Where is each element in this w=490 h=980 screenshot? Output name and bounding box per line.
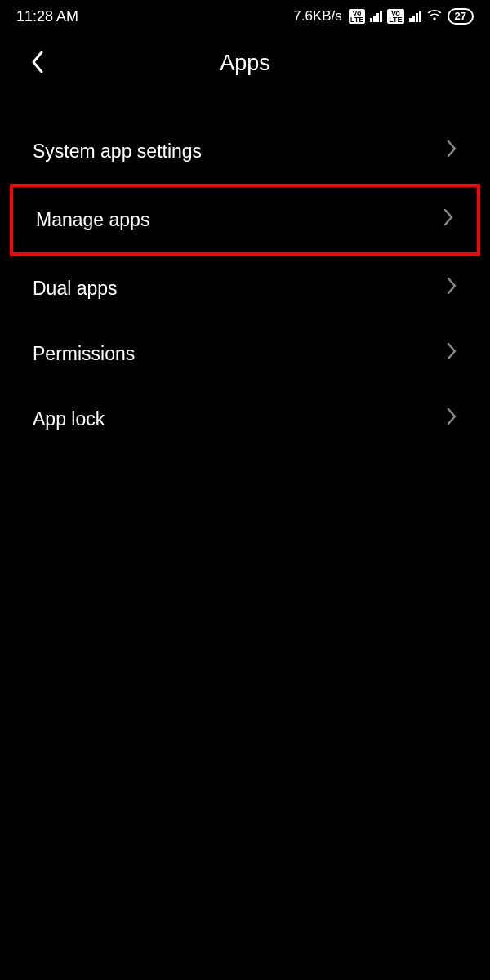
menu-label: Dual apps [33, 278, 118, 300]
settings-menu: System app settings Manage apps Dual app… [0, 94, 490, 452]
menu-item-dual-apps[interactable]: Dual apps [0, 256, 490, 321]
volte-icon-2: VoLTE [387, 9, 403, 24]
page-title: Apps [23, 51, 467, 76]
menu-label: Manage apps [36, 209, 149, 231]
menu-item-manage-apps[interactable]: Manage apps [10, 184, 480, 256]
chevron-right-icon [446, 342, 457, 365]
signal-icon-1 [370, 11, 382, 22]
time-label: 11:28 AM [16, 8, 78, 25]
menu-label: Permissions [33, 343, 135, 365]
status-time: 11:28 AM [16, 8, 78, 25]
menu-label: System app settings [33, 140, 202, 163]
chevron-right-icon [446, 277, 457, 300]
back-button[interactable] [28, 49, 47, 78]
menu-label: App lock [33, 408, 105, 430]
chevron-right-icon [446, 408, 457, 430]
menu-item-permissions[interactable]: Permissions [0, 321, 490, 386]
wifi-icon [426, 7, 443, 27]
volte-icon-1: VoLTE [349, 9, 365, 24]
network-speed: 7.6KB/s [293, 8, 342, 24]
status-indicators: 7.6KB/s VoLTE VoLTE 27 [293, 7, 474, 27]
menu-item-app-lock[interactable]: App lock [0, 386, 490, 452]
menu-item-system-app-settings[interactable]: System app settings [0, 118, 490, 184]
signal-icon-2 [409, 11, 421, 22]
chevron-right-icon [446, 140, 457, 163]
status-bar: 11:28 AM 7.6KB/s VoLTE VoLTE 27 [0, 0, 490, 33]
page-header: Apps [0, 33, 490, 94]
chevron-right-icon [443, 208, 454, 231]
battery-icon: 27 [448, 8, 474, 24]
